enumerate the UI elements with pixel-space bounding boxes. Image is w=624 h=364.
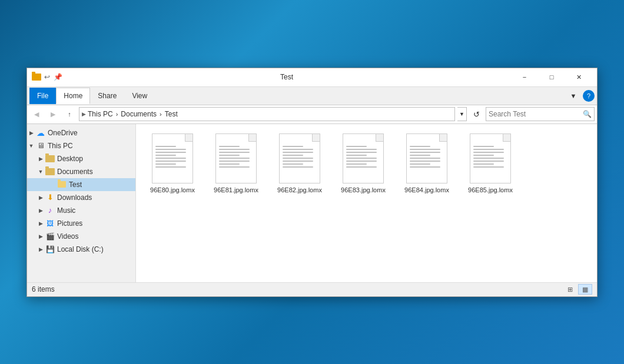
music-toggle[interactable]: ▶ — [36, 208, 45, 213]
path-thispc[interactable]: This PC — [86, 110, 115, 118]
sidebar-item-downloads[interactable]: ▶ ⬇ Downloads — [27, 191, 135, 204]
file-name: 96E82.jpg.lomx — [277, 186, 322, 194]
sidebar-item-thispc[interactable]: ▼ 🖥 This PC — [27, 139, 135, 152]
tab-view[interactable]: View — [124, 88, 155, 104]
sidebar-item-onedrive[interactable]: ▶ ☁ OneDrive — [27, 126, 135, 139]
music-label: Music — [57, 206, 75, 215]
sidebar-item-desktop[interactable]: ▶ Desktop — [27, 152, 135, 165]
ribbon-tabs: File Home Share View ▼ ? — [27, 87, 597, 105]
pictures-icon: 🖼 — [45, 219, 55, 228]
title-bar: ↩ 📌 Test − □ ✕ — [27, 68, 597, 87]
file-item[interactable]: 96E85.jpg.lomx — [461, 131, 520, 196]
pictures-toggle[interactable]: ▶ — [36, 221, 45, 226]
sidebar-item-pictures[interactable]: ▶ 🖼 Pictures — [27, 217, 135, 230]
window-controls: − □ ✕ — [511, 68, 592, 86]
maximize-button[interactable]: □ — [538, 68, 565, 86]
music-icon: ♪ — [45, 206, 55, 215]
desktop-label: Desktop — [57, 155, 83, 163]
path-sep-1: › — [115, 111, 120, 118]
file-icon — [215, 133, 257, 183]
help-icon[interactable]: ? — [583, 90, 595, 102]
thispc-label: This PC — [48, 142, 73, 150]
videos-toggle[interactable]: ▶ — [36, 233, 45, 239]
file-icon — [343, 133, 384, 183]
explorer-window: ↩ 📌 Test − □ ✕ File Home Share View ▼ ? … — [26, 68, 598, 297]
sidebar-item-documents[interactable]: ▼ Documents — [27, 165, 135, 178]
file-name: 96E83.jpg.lomx — [341, 186, 386, 194]
localdisk-toggle[interactable]: ▶ — [36, 246, 45, 252]
titlebar-icons: ↩ 📌 — [32, 72, 62, 82]
forward-button[interactable]: ▶ — [46, 107, 60, 121]
path-test[interactable]: Test — [163, 110, 180, 118]
videos-icon: 🎬 — [45, 232, 55, 241]
items-count: 6 items — [32, 285, 563, 293]
pictures-label: Pictures — [57, 219, 82, 228]
up-button[interactable]: ↑ — [62, 107, 77, 121]
tab-file[interactable]: File — [29, 88, 56, 104]
search-icon[interactable]: 🔍 — [583, 110, 592, 118]
documents-toggle[interactable]: ▼ — [36, 169, 45, 175]
desktop-toggle[interactable]: ▶ — [36, 156, 45, 162]
grid-view-button[interactable]: ⊞ — [563, 284, 577, 295]
minimize-button[interactable]: − — [511, 68, 538, 86]
window-title: Test — [62, 73, 511, 81]
path-sep-2: › — [158, 111, 163, 118]
onedrive-label: OneDrive — [48, 129, 78, 137]
search-input[interactable] — [489, 110, 580, 118]
file-item[interactable]: 96E82.jpg.lomx — [270, 131, 329, 196]
test-label: Test — [69, 181, 82, 189]
close-button[interactable]: ✕ — [565, 68, 592, 86]
main-content: 96E80.jpg.lomx 96E81.jpg.lomx 96E82.jpg.… — [136, 124, 597, 282]
back-button[interactable]: ◀ — [29, 107, 44, 121]
file-item[interactable]: 96E84.jpg.lomx — [397, 131, 456, 196]
undo-icon[interactable]: ↩ — [42, 72, 52, 82]
doc-lines — [346, 146, 380, 168]
pin-icon[interactable]: 📌 — [53, 72, 62, 82]
tab-share[interactable]: Share — [90, 88, 124, 104]
address-dropdown[interactable]: ▼ — [457, 107, 467, 121]
file-item[interactable]: 96E81.jpg.lomx — [207, 131, 265, 196]
address-bar: ◀ ▶ ↑ ▶ This PC › Documents › Test ▼ ↺ 🔍 — [27, 105, 597, 124]
ribbon-collapse-icon[interactable]: ▼ — [566, 89, 580, 103]
view-buttons: ⊞ ▦ — [563, 284, 592, 295]
file-icon — [470, 133, 511, 183]
file-item[interactable]: 96E83.jpg.lomx — [334, 131, 393, 196]
hdd-icon: 💾 — [45, 245, 55, 253]
file-icon — [406, 133, 447, 183]
list-view-button[interactable]: ▦ — [578, 284, 592, 295]
ribbon: File Home Share View ▼ ? — [27, 87, 597, 105]
refresh-button[interactable]: ↺ — [469, 107, 483, 121]
tab-home[interactable]: Home — [56, 88, 90, 104]
doc-lines — [283, 146, 317, 168]
folder-icon — [32, 72, 41, 82]
file-name: 96E80.jpg.lomx — [150, 186, 195, 194]
thispc-toggle[interactable]: ▼ — [27, 143, 35, 149]
downloads-toggle[interactable]: ▶ — [36, 195, 45, 201]
doc-lines — [155, 146, 190, 168]
file-item[interactable]: 96E80.jpg.lomx — [143, 131, 202, 196]
onedrive-toggle[interactable]: ▶ — [27, 130, 35, 136]
downloads-folder-icon: ⬇ — [45, 193, 55, 202]
file-icon — [279, 133, 320, 183]
documents-folder-icon — [45, 168, 55, 175]
sidebar-item-test[interactable]: Test — [27, 178, 135, 191]
localdisk-label: Local Disk (C:) — [57, 245, 104, 253]
sidebar-item-videos[interactable]: ▶ 🎬 Videos — [27, 230, 135, 243]
path-documents[interactable]: Documents — [119, 110, 158, 118]
sidebar-item-localdisk[interactable]: ▶ 💾 Local Disk (C:) — [27, 243, 135, 256]
status-bar: 6 items ⊞ ▦ — [27, 282, 597, 296]
doc-lines — [473, 146, 507, 168]
onedrive-icon: ☁ — [35, 128, 46, 138]
file-name: 96E84.jpg.lomx — [404, 186, 449, 194]
doc-lines — [219, 146, 253, 168]
file-name: 96E85.jpg.lomx — [468, 186, 513, 194]
sidebar-item-music[interactable]: ▶ ♪ Music — [27, 204, 135, 217]
doc-lines — [410, 146, 444, 168]
desktop-folder-icon — [45, 155, 55, 162]
address-path[interactable]: ▶ This PC › Documents › Test — [79, 107, 455, 121]
videos-label: Videos — [57, 232, 78, 241]
file-name: 96E81.jpg.lomx — [214, 186, 258, 194]
ribbon-extras: ▼ ? — [566, 89, 595, 103]
documents-label: Documents — [57, 168, 93, 176]
downloads-label: Downloads — [57, 193, 92, 202]
